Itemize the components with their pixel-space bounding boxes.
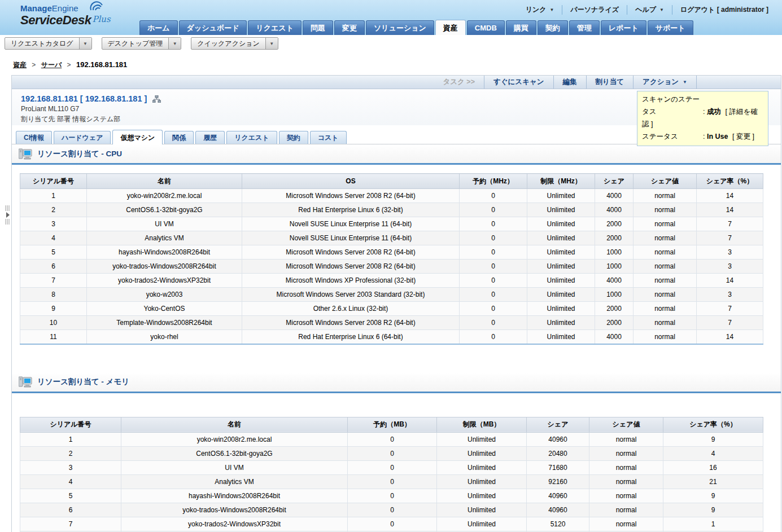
nav-tab[interactable]: ホーム <box>139 20 178 35</box>
table-cell: 2 <box>20 203 87 217</box>
table-cell: 1 <box>20 432 121 446</box>
table-cell: Unlimited <box>527 203 595 217</box>
top-link[interactable]: ヘルプ ▼ <box>627 5 672 15</box>
table-row: 7yoko-trados2-WindowsXP32bitMicrosoft Wi… <box>20 274 763 288</box>
table-cell: 2000 <box>595 316 634 330</box>
table-cell: 7 <box>697 217 763 231</box>
table-cell: Microsoft Windows Server 2008 R2 (64-bit… <box>242 260 460 274</box>
table-cell: 14 <box>697 274 763 288</box>
breadcrumb-separator: > <box>32 61 36 69</box>
table-cell: 2000 <box>595 302 634 316</box>
action-button[interactable]: すぐにスキャン <box>484 76 553 89</box>
table-cell: Unlimited <box>527 316 595 330</box>
nav-tab[interactable]: 管理 <box>569 20 600 35</box>
table-row: 4Analytics VM0Unlimited92160normal21 <box>20 474 763 489</box>
nav-tab[interactable]: レポート <box>601 20 646 35</box>
asset-detail-panel: タスク >> すぐにスキャン 編集 割り当て アクション <box>11 75 781 532</box>
table-cell: UI VM <box>87 217 242 231</box>
dropdown-label: クイックアクション <box>191 38 265 49</box>
table-cell: Unlimited <box>437 432 527 446</box>
detail-tab[interactable]: 履歴 <box>195 131 225 144</box>
detail-tab[interactable]: CI情報 <box>16 131 52 144</box>
breadcrumb-current: 192.168.81.181 <box>76 60 127 69</box>
nav-tab[interactable]: サポート <box>648 20 693 35</box>
table-cell: 4 <box>20 474 121 489</box>
breadcrumb: 資産 > サーバ > 192.168.81.181 <box>13 60 782 70</box>
hierarchy-icon[interactable] <box>152 95 161 103</box>
nav-tab[interactable]: リクエスト <box>248 20 302 35</box>
nav-tab[interactable]: CMDB <box>467 20 505 35</box>
table-cell: normal <box>634 203 697 217</box>
change-status-link[interactable]: [ 変更 ] <box>732 133 754 140</box>
detail-tab[interactable]: 契約 <box>279 131 308 144</box>
column-header: シェア <box>595 174 634 189</box>
table-cell: normal <box>634 231 697 245</box>
table-cell: Novell SUSE Linux Enterprise 11 (64-bit) <box>242 231 460 245</box>
action-button-label: すぐにスキャン <box>493 77 544 87</box>
nav-tab[interactable]: 問題 <box>303 20 333 35</box>
table-cell: normal <box>634 217 697 231</box>
detail-tab[interactable]: 関係 <box>164 131 194 144</box>
collapse-handle[interactable] <box>3 204 12 226</box>
detail-tab[interactable]: リクエスト <box>226 131 277 144</box>
dropdown-button[interactable]: デスクトップ管理 ▼ <box>102 37 182 50</box>
top-link[interactable]: パーソナライズ <box>562 5 627 15</box>
nav-tab[interactable]: 契約 <box>538 20 568 35</box>
table-cell: normal <box>589 517 663 531</box>
table-cell: 0 <box>348 503 437 517</box>
table-cell: 0 <box>460 231 527 245</box>
memory-section-header: リソース割り当て - メモリ <box>12 372 781 392</box>
table-cell: 9 <box>663 489 763 503</box>
manageengine-logo: ManageEngine ServiceDeskPlus <box>20 4 111 27</box>
table-cell: Yoko-CentOS <box>87 302 242 316</box>
chevron-down-icon: ▼ <box>550 7 554 12</box>
detail-tab[interactable]: コスト <box>310 131 347 144</box>
table-cell: yoko-win2008r2.me.local <box>121 432 348 446</box>
detail-tab[interactable]: ハードウェア <box>54 131 111 144</box>
table-row: 5hayashi-Windows2008R264bitMicrosoft Win… <box>20 245 763 260</box>
table-cell: 0 <box>460 260 527 274</box>
nav-tab[interactable]: 購買 <box>506 20 536 35</box>
logo-swirl-icon <box>89 0 104 11</box>
detail-tab[interactable]: 仮想マシン <box>112 130 163 144</box>
table-cell: Unlimited <box>437 460 527 474</box>
nav-tab[interactable]: 変更 <box>334 20 365 35</box>
table-cell: Template-Windows2008R264bit <box>87 316 242 330</box>
table-cell: Unlimited <box>527 274 595 288</box>
table-row: 6yoko-trados-Windows2008R264bitMicrosoft… <box>20 260 763 274</box>
cpu-section-header: リソース割り当て - CPU <box>12 144 781 163</box>
table-cell: Red Hat Enterprise Linux 6 (32-bit) <box>242 203 460 217</box>
logo-product-line: ServiceDeskPlus <box>20 14 111 27</box>
chevron-down-icon: ▼ <box>659 7 664 12</box>
top-link[interactable]: ログアウト [ administrator ] <box>672 5 776 15</box>
table-cell: 10 <box>20 316 87 330</box>
action-button[interactable]: アクション ▼ <box>633 76 696 89</box>
action-button[interactable]: 編集 <box>553 76 586 89</box>
table-cell: 3 <box>20 460 121 474</box>
tasks-button-disabled: タスク >> <box>434 77 484 87</box>
nav-tab[interactable]: 資産 <box>435 20 466 35</box>
top-link-label: ヘルプ <box>635 5 656 15</box>
nav-tab[interactable]: ダッシュボード <box>179 20 247 35</box>
table-cell: Unlimited <box>527 245 595 260</box>
top-link[interactable]: リンク ▼ <box>518 5 562 15</box>
scan-status-row: スキャンのステータス: 成功 [ 詳細を確認 ] <box>642 94 763 131</box>
breadcrumb-link-assets[interactable]: 資産 <box>13 61 27 69</box>
dropdown-button[interactable]: クイックアクション ▼ <box>191 37 278 50</box>
table-cell: 4000 <box>595 203 634 217</box>
table-cell: 0 <box>348 489 437 503</box>
table-cell: 0 <box>460 302 527 316</box>
table-cell: 0 <box>348 460 437 474</box>
table-cell: yoko-rhel <box>87 330 242 344</box>
table-cell: 3 <box>697 260 763 274</box>
table-cell: Microsoft Windows Server 2003 Standard (… <box>242 288 460 302</box>
breadcrumb-link-server[interactable]: サーバ <box>41 61 62 69</box>
dropdown-button[interactable]: リクエストカタログ ▼ <box>5 37 92 50</box>
chevron-down-icon: ▼ <box>683 80 687 85</box>
table-row: 3UI VM0Unlimited71680normal16 <box>20 460 763 474</box>
action-button[interactable]: 割り当て <box>586 76 634 89</box>
table-cell: 4000 <box>595 274 634 288</box>
table-cell: 0 <box>460 274 527 288</box>
nav-tab[interactable]: ソリューション <box>366 20 434 35</box>
table-row: 7yoko-trados2-WindowsXP32bit0Unlimited51… <box>20 517 763 531</box>
